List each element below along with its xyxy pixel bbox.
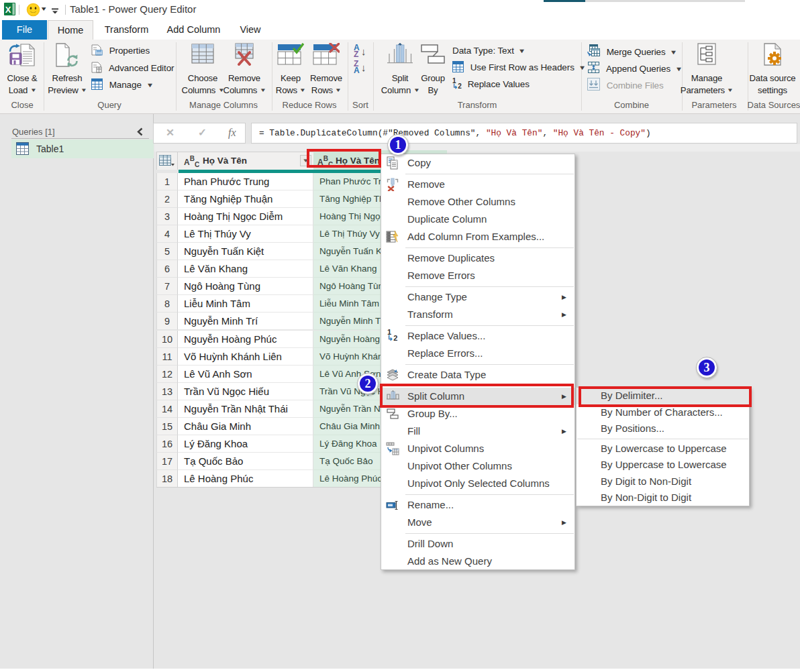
svg-text:X: X [5,5,11,15]
